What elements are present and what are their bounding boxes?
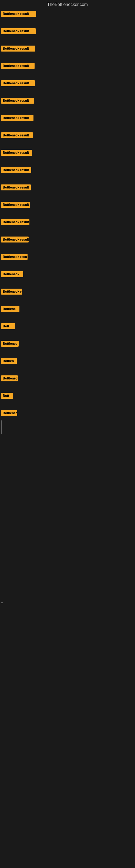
spacer-3 (0, 53, 135, 61)
bottleneck-badge-21[interactable]: Bottlen (1, 358, 17, 364)
spacer-6 (0, 105, 135, 113)
spacer-13 (0, 227, 135, 235)
bottleneck-row-16: Bottleneck (0, 270, 135, 279)
spacer-9 (0, 157, 135, 165)
spacer-20 (0, 348, 135, 356)
spacer-18 (0, 314, 135, 322)
bottleneck-badge-7[interactable]: Bottleneck result (1, 115, 34, 121)
bottleneck-badge-15[interactable]: Bottleneck resu (1, 254, 28, 260)
spacer-16 (0, 279, 135, 287)
bottleneck-badge-6[interactable]: Bottleneck result (1, 98, 34, 104)
spacer-21 (0, 366, 135, 374)
site-title: TheBottlenecker.com (0, 0, 135, 9)
spacer-2 (0, 36, 135, 44)
bottleneck-badge-12[interactable]: Bottleneck result (1, 202, 30, 208)
bottleneck-badge-3[interactable]: Bottleneck result (1, 45, 35, 52)
bottleneck-badge-11[interactable]: Bottleneck result (1, 184, 31, 190)
bottleneck-row-21: Bottlen (0, 356, 135, 366)
bottleneck-row-22: Bottleneck (0, 374, 135, 383)
bottleneck-row-23: Bott (0, 391, 135, 400)
spacer-14 (0, 244, 135, 252)
bottleneck-badge-18[interactable]: Bottlene (1, 306, 19, 312)
bottleneck-badge-8[interactable]: Bottleneck result (1, 132, 33, 138)
bottleneck-badge-16[interactable]: Bottleneck (1, 271, 23, 277)
bottleneck-badge-4[interactable]: Bottleneck result (1, 63, 35, 69)
spacer-8 (0, 140, 135, 148)
spacer-15 (0, 261, 135, 270)
bottleneck-badge-23[interactable]: Bott (1, 393, 13, 399)
bottleneck-row-10: Bottleneck result (0, 165, 135, 175)
spacer-7 (0, 123, 135, 131)
spacer-17 (0, 296, 135, 304)
bottleneck-row-15: Bottleneck resu (0, 252, 135, 261)
bottleneck-row-24: Bottlenec (0, 408, 135, 418)
spacer-23 (0, 400, 135, 408)
bottleneck-row-6: Bottleneck result (0, 96, 135, 105)
bottleneck-badge-17[interactable]: Bottleneck re (1, 289, 22, 294)
bottleneck-row-8: Bottleneck result (0, 131, 135, 140)
bottleneck-row-20: Bottlenec (0, 339, 135, 348)
bottleneck-badge-24[interactable]: Bottlenec (1, 410, 17, 416)
bottleneck-row-7: Bottleneck result (0, 113, 135, 123)
bottleneck-row-11: Bottleneck result (0, 183, 135, 192)
bottleneck-row-12: Bottleneck result (0, 200, 135, 209)
bottleneck-badge-20[interactable]: Bottlenec (1, 341, 18, 347)
empty-section-2 (0, 606, 135, 849)
bottleneck-badge-5[interactable]: Bottleneck result (1, 80, 35, 86)
spacer-4 (0, 70, 135, 79)
bottleneck-row-18: Bottlene (0, 304, 135, 314)
spacer-5 (0, 88, 135, 96)
spacer-10 (0, 175, 135, 183)
separator-line (1, 421, 2, 434)
bottleneck-row-14: Bottleneck result (0, 235, 135, 244)
bottleneck-badge-13[interactable]: Bottleneck result (1, 219, 30, 225)
bottleneck-row-1: Bottleneck result (0, 9, 135, 19)
spacer-22 (0, 383, 135, 391)
spacer-19 (0, 331, 135, 339)
bottleneck-row-19: Bott (0, 322, 135, 331)
empty-section-1 (0, 437, 135, 599)
bottleneck-badge-1[interactable]: Bottleneck result (1, 11, 36, 17)
bottleneck-badge-19[interactable]: Bott (1, 323, 15, 329)
bottom-marker: ≡ (0, 599, 135, 606)
bottleneck-badge-10[interactable]: Bottleneck result (1, 167, 31, 173)
spacer-1 (0, 19, 135, 27)
bottleneck-row-9: Bottleneck result (0, 148, 135, 157)
bottleneck-row-4: Bottleneck result (0, 61, 135, 70)
bottleneck-badge-14[interactable]: Bottleneck result (1, 237, 29, 243)
spacer-11 (0, 192, 135, 200)
bottleneck-row-17: Bottleneck re (0, 287, 135, 296)
bottleneck-badge-22[interactable]: Bottleneck (1, 375, 18, 381)
bottleneck-badge-9[interactable]: Bottleneck result (1, 150, 32, 156)
bottleneck-row-5: Bottleneck result (0, 79, 135, 88)
bottleneck-badge-2[interactable]: Bottleneck result (1, 28, 36, 34)
spacer-12 (0, 209, 135, 218)
bottleneck-row-13: Bottleneck result (0, 218, 135, 227)
bottleneck-row-2: Bottleneck result (0, 27, 135, 36)
bottleneck-row-3: Bottleneck result (0, 44, 135, 53)
